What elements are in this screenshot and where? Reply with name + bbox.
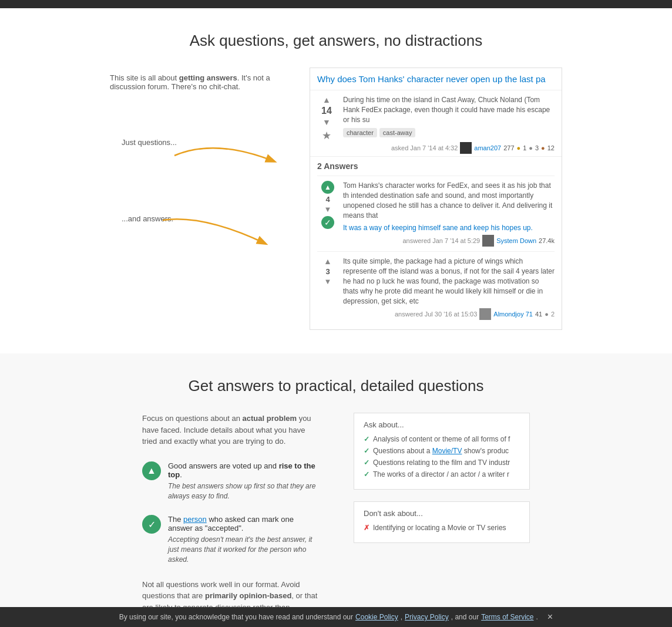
- dont-ask-card: Don't ask about... ✗ Identifying or loca…: [354, 501, 530, 543]
- vote-column: ▲ 14 ▼ ★: [315, 95, 338, 156]
- ask-item-4-text: The works of a director / an actor / a w…: [373, 470, 509, 478]
- left-panel: This site is all about getting answers. …: [110, 68, 298, 267]
- user-name[interactable]: aman207: [474, 144, 501, 151]
- favorite-button[interactable]: ★: [322, 129, 331, 142]
- answer-2-silver-count: 2: [551, 311, 555, 318]
- privacy-policy-link[interactable]: Privacy Policy: [405, 613, 449, 621]
- answer-1-answered-label: answered Jan 7 '14 at 5:29: [402, 237, 480, 244]
- dont-ask-title: Don't ask about...: [364, 509, 520, 518]
- answer-2-body: Its quite simple, the package had a pict…: [343, 257, 555, 320]
- ask-about-title: Ask about...: [364, 420, 520, 429]
- answers-count: 2 Answers: [317, 161, 555, 171]
- accepted-checkmark: ✓: [321, 216, 334, 229]
- feature-1-heading: Good answers are voted up and rise to th…: [168, 461, 318, 479]
- accepted-icon: ✓: [142, 515, 161, 534]
- notice-and: , and our: [451, 613, 479, 621]
- user-avatar: [460, 142, 472, 154]
- gold-badge-count: 1: [523, 144, 526, 151]
- right-cards: Ask about... ✓ Analysis of content or th…: [354, 413, 530, 543]
- dont-ask-list: ✗ Identifying or locating a Movie or TV …: [364, 524, 520, 532]
- upvote-icon: ▲: [142, 461, 161, 480]
- answer-item-1: ▲ 4 ▼ ✓ Tom Hanks's character works for …: [317, 176, 555, 251]
- bold-rise-to-top: rise to the top: [168, 461, 315, 479]
- ask-item-3-text: Questions relating to the film and TV in…: [373, 459, 510, 467]
- bold-getting-answers: getting answers: [179, 73, 237, 82]
- terms-link[interactable]: Terms of Service: [481, 613, 533, 621]
- answer-1-meta: answered Jan 7 '14 at 5:29 System Down 2…: [343, 235, 555, 247]
- dont-ask-item-1-text: Identifying or locating a Movie or TV se…: [373, 524, 506, 532]
- feature-voted-up: ▲ Good answers are voted up and rise to …: [142, 461, 318, 501]
- answer-2-username[interactable]: Almondjoy 71: [493, 311, 533, 318]
- question-excerpt: During his time on the island in Cast Aw…: [343, 95, 555, 124]
- downvote-button[interactable]: ▼: [322, 117, 331, 127]
- answer-2-downvote[interactable]: ▼: [324, 277, 332, 286]
- ask-item-4: ✓ The works of a director / an actor / a…: [364, 470, 520, 478]
- answer-2-vote-col: ▲ 3 ▼: [317, 257, 338, 320]
- cookie-policy-link[interactable]: Cookie Policy: [355, 613, 398, 621]
- section-1: Ask questions, get answers, no distracti…: [0, 8, 672, 353]
- answer-1-rep: 27.4k: [539, 237, 555, 244]
- feature-1-desc: The best answers show up first so that t…: [168, 481, 318, 501]
- section-2-title: Get answers to practical, detailed quest…: [12, 377, 660, 395]
- features-left: Focus on questions about an actual probl…: [142, 413, 318, 624]
- person-link[interactable]: person: [183, 515, 207, 524]
- ask-item-1: ✓ Analysis of content or theme of all fo…: [364, 435, 520, 443]
- answer-2-excerpt: Its quite simple, the package had a pict…: [343, 257, 555, 306]
- upvote-button[interactable]: ▲: [322, 95, 331, 105]
- answer-2-avatar: [479, 308, 491, 320]
- top-bar: [0, 0, 672, 8]
- bronze-badge-icon: ●: [541, 144, 545, 151]
- notice-close-button[interactable]: ×: [547, 612, 553, 622]
- bold-opinion-based: primarily opinion-based: [205, 591, 291, 600]
- answer-1-vote-count: 4: [325, 195, 330, 204]
- question-header: Why does Tom Hanks' character never open…: [310, 68, 562, 90]
- bronze-badge-count: 12: [547, 144, 555, 151]
- site-description: This site is all about getting answers. …: [110, 73, 298, 91]
- ask-item-2-text: Questions about a Movie/TV show's produc: [373, 447, 509, 455]
- ask-item-2: ✓ Questions about a Movie/TV show's prod…: [364, 447, 520, 455]
- qa-card: Why does Tom Hanks' character never open…: [310, 68, 562, 330]
- feature-2-heading: The person who asked can mark one answer…: [168, 515, 318, 532]
- ask-item-3: ✓ Questions relating to the film and TV …: [364, 459, 520, 467]
- tags-row: character cast-away: [343, 128, 555, 137]
- answer-1-italic: It was a way of keeping himself sane and…: [343, 223, 555, 233]
- answer-2-answered-label: answered Jul 30 '16 at 15:03: [395, 311, 477, 318]
- notice-comma: ,: [401, 613, 402, 621]
- question-meta: asked Jan 7 '14 at 4:32 aman207 277 ● 1 …: [343, 142, 555, 154]
- answer-item-2: ▲ 3 ▼ Its quite simple, the package had …: [317, 251, 555, 325]
- bold-actual-problem: actual problem: [243, 414, 297, 423]
- bottom-notice: By using our site, you acknowledge that …: [0, 607, 672, 627]
- check-icon-2: ✓: [364, 447, 369, 455]
- answer-2-upvote[interactable]: ▲: [324, 257, 332, 266]
- answer-2-vote-count: 3: [325, 267, 330, 276]
- answer-1-avatar: [482, 235, 494, 247]
- answer-2-silver-icon: ●: [545, 311, 549, 318]
- answer-1-vote-col: ▲ 4 ▼ ✓: [317, 181, 338, 247]
- tag-character[interactable]: character: [343, 128, 377, 137]
- vote-count: 14: [321, 106, 332, 116]
- dont-ask-item-1: ✗ Identifying or locating a Movie or TV …: [364, 524, 520, 532]
- question-body: During his time on the island in Cast Aw…: [338, 95, 555, 156]
- section-2-left-text-1: Focus on questions about an actual probl…: [142, 413, 318, 447]
- feature-2-text: The person who asked can mark one answer…: [168, 515, 318, 564]
- answer-1-downvote[interactable]: ▼: [324, 205, 332, 214]
- silver-badge-count: 3: [535, 144, 539, 151]
- movie-tv-link[interactable]: Movie/TV: [432, 447, 462, 455]
- gold-badge-icon: ●: [517, 144, 521, 151]
- section-1-title: Ask questions, get answers, no distracti…: [12, 32, 660, 50]
- feature-2-desc: Accepting doesn't mean it's the best ans…: [168, 535, 318, 564]
- question-title[interactable]: Why does Tom Hanks' character never open…: [317, 74, 546, 84]
- answer-1-upvote[interactable]: ▲: [321, 181, 334, 194]
- tag-cast-away[interactable]: cast-away: [379, 128, 416, 137]
- answer-1-username[interactable]: System Down: [496, 237, 536, 244]
- answer-2-rep: 41: [535, 311, 542, 318]
- check-icon-3: ✓: [364, 459, 369, 467]
- answer-1-body: Tom Hanks's character works for FedEx, a…: [343, 181, 555, 247]
- feature-accepted: ✓ The person who asked can mark one answ…: [142, 515, 318, 564]
- check-icon-4: ✓: [364, 470, 369, 478]
- answer-1-excerpt: Tom Hanks's character works for FedEx, a…: [343, 181, 555, 220]
- ask-item-1-text: Analysis of content or theme of all form…: [373, 435, 510, 443]
- ask-about-card: Ask about... ✓ Analysis of content or th…: [354, 413, 530, 490]
- feature-1-text: Good answers are voted up and rise to th…: [168, 461, 318, 501]
- user-rep: 277: [503, 144, 514, 151]
